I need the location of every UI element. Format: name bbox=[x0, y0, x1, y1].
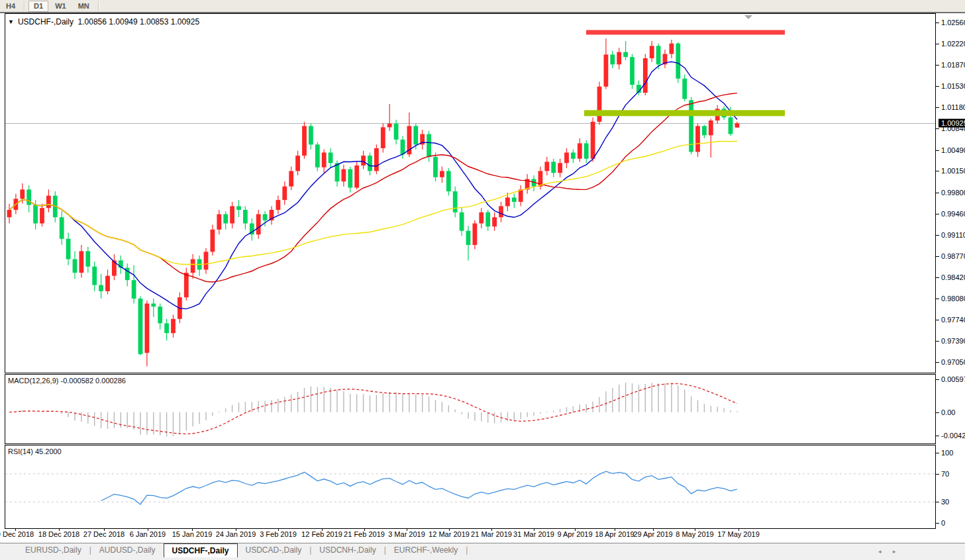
price-scale-label: 1.01530 bbox=[941, 82, 965, 90]
symbol-tabbar: EURUSD-,Daily|AUDUSD-,DailyUSDCHF-,Daily… bbox=[0, 543, 965, 560]
rsi-value: 45.2000 bbox=[35, 447, 62, 455]
symbol-tab-eurusd[interactable]: EURUSD-,Daily bbox=[17, 544, 89, 557]
date-axis-label: 27 Dec 2018 bbox=[83, 530, 125, 538]
tab-separator: | bbox=[466, 544, 468, 555]
price-scale-label: 1.02560 bbox=[941, 19, 965, 26]
date-axis-label: 3 Mar 2019 bbox=[388, 530, 425, 538]
price-scale-label: 0.98080 bbox=[941, 295, 965, 303]
price-panel-frame bbox=[5, 14, 936, 373]
chart-dropdown-icon[interactable]: ▼ bbox=[8, 19, 14, 25]
date-axis-label: 9 Dec 2018 bbox=[0, 530, 34, 538]
resistance-level-line[interactable] bbox=[586, 30, 785, 34]
price-scale-label: 1.02220 bbox=[941, 40, 965, 48]
rsi-scale-label: 0 bbox=[941, 519, 945, 527]
date-axis-label: 21 Mar 2019 bbox=[471, 530, 512, 538]
price-scale-label: 0.99800 bbox=[941, 189, 965, 197]
date-axis-label: 18 Apr 2019 bbox=[595, 530, 634, 538]
date-axis-label: 3 Feb 2019 bbox=[260, 530, 297, 538]
date-axis-label: 6 Jan 2019 bbox=[130, 530, 166, 538]
price-scale-label: 0.98420 bbox=[941, 273, 965, 281]
price-scale-label: 1.01180 bbox=[941, 103, 965, 111]
date-axis-label: 12 Feb 2019 bbox=[301, 530, 342, 538]
symbol-tab-usdcnh[interactable]: USDCNH-,Daily bbox=[311, 544, 383, 557]
date-axis-label: 31 Mar 2019 bbox=[513, 530, 554, 538]
chart-ohlc-values: 1.00856 1.00949 1.00853 1.00925 bbox=[78, 17, 200, 26]
price-scale-label: 0.98770 bbox=[941, 252, 965, 260]
macd-scale-label: 0.00 bbox=[941, 408, 955, 416]
macd-value: -0.000582 bbox=[60, 377, 93, 385]
price-scale-label: 0.97390 bbox=[941, 337, 965, 345]
date-axis-label: 12 Mar 2019 bbox=[429, 530, 470, 538]
support-level-line[interactable] bbox=[584, 110, 785, 116]
date-axis-label: 8 May 2019 bbox=[676, 530, 713, 538]
price-scale-label: 1.01870 bbox=[941, 61, 965, 69]
price-scale-label: 1.00490 bbox=[941, 146, 965, 154]
macd-signal-value: 0.000286 bbox=[95, 377, 126, 385]
date-axis-label: 15 Jan 2019 bbox=[172, 530, 213, 538]
symbol-tab-eurchf[interactable]: EURCHF-,Weekly bbox=[386, 544, 466, 557]
tab-scroll-left-icon[interactable]: ◂ bbox=[878, 548, 882, 555]
symbol-tab-usdcad[interactable]: USDCAD-,Daily bbox=[238, 544, 310, 557]
rsi-scale-label: 30 bbox=[941, 498, 949, 506]
rsi-scale-label: 100 bbox=[941, 449, 953, 457]
macd-panel-frame bbox=[5, 375, 936, 444]
rsi-scale-label: 70 bbox=[941, 470, 949, 478]
date-axis-label: 9 Apr 2019 bbox=[557, 530, 592, 538]
symbol-tab-usdchf[interactable]: USDCHF-,Daily bbox=[164, 543, 238, 557]
macd-scale-label: -0.00424 bbox=[941, 432, 965, 440]
price-scale-label: 0.97050 bbox=[941, 358, 965, 366]
price-scale-label: 0.99460 bbox=[941, 210, 965, 218]
price-scale-label: 0.97740 bbox=[941, 316, 965, 324]
chart-canvas[interactable] bbox=[0, 0, 965, 560]
date-axis-label: 29 Apr 2019 bbox=[633, 530, 672, 538]
date-axis-label: 24 Jan 2019 bbox=[216, 530, 256, 538]
tab-scroll-right-icon[interactable]: ▸ bbox=[893, 548, 896, 555]
date-axis-label: 17 May 2019 bbox=[717, 530, 760, 538]
macd-scale-label: 0.00597 bbox=[941, 375, 965, 383]
chart-title: ▼USDCHF-,Daily 1.00856 1.00949 1.00853 1… bbox=[8, 17, 199, 26]
chart-symbol-period: USDCHF-,Daily bbox=[18, 17, 74, 26]
date-axis-label: 21 Feb 2019 bbox=[344, 530, 385, 538]
current-price-badge: 1.00925 bbox=[939, 119, 965, 128]
macd-label: MACD(12,26,9) -0.000582 0.000286 bbox=[8, 377, 126, 385]
price-scale-label: 1.00150 bbox=[941, 167, 965, 175]
date-axis-label: 18 Dec 2018 bbox=[38, 530, 79, 538]
rsi-label: RSI(14) 45.2000 bbox=[8, 447, 62, 455]
rsi-panel-frame bbox=[5, 445, 936, 529]
price-scale-label: 0.99110 bbox=[941, 231, 965, 239]
mt4-window: { "toolbar": { "timeframes": [ {"label":… bbox=[0, 0, 965, 560]
symbol-tab-audusd[interactable]: AUDUSD-,Daily bbox=[91, 544, 164, 557]
